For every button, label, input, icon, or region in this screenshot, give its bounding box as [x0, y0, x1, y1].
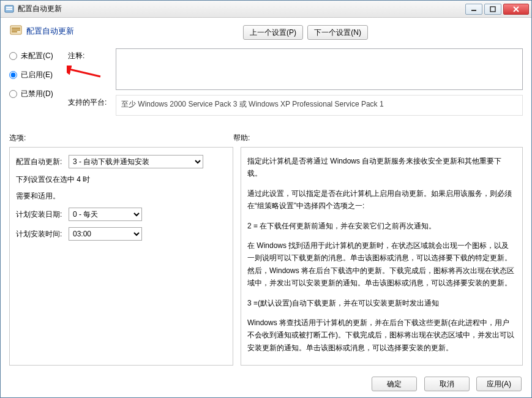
- section-labels: 选项: 帮助:: [9, 133, 523, 143]
- radio-enabled[interactable]: 已启用(E): [9, 70, 68, 80]
- help-p5: 3 =(默认设置)自动下载更新，并在可以安装更新时发出通知: [247, 297, 516, 309]
- comment-input[interactable]: [116, 48, 523, 90]
- content-area: 配置自动更新 上一个设置(P) 下一个设置(N) 未配置(C) 已启用(E): [1, 18, 531, 370]
- options-panel: 配置自动更新: 3 - 自动下载并通知安装 下列设置仅在选中 4 时 需要和适用…: [9, 147, 233, 366]
- install-time-select[interactable]: 03:00: [69, 227, 142, 241]
- install-time-label: 计划安装时间:: [16, 229, 64, 239]
- close-button[interactable]: [503, 4, 529, 15]
- fields-column: 注释: 支持的平台: 至少 Windows 2000 Service Pack …: [68, 48, 523, 121]
- footer-buttons: 确定 取消 应用(A): [1, 370, 531, 397]
- svg-rect-8: [12, 28, 20, 29]
- policy-title: 配置自动更新: [26, 24, 74, 37]
- auto-update-select[interactable]: 3 - 自动下载并通知安装: [69, 155, 203, 168]
- help-label: 帮助:: [233, 133, 523, 143]
- gp-editor-window: 配置自动更新 配置自动更新 上一个设置(P) 下一个设置(N): [0, 0, 532, 398]
- platform-text: 至少 Windows 2000 Service Pack 3 或 Windows…: [116, 95, 523, 116]
- auto-update-label: 配置自动更新:: [16, 157, 64, 167]
- svg-rect-1: [6, 7, 12, 8]
- state-radio-group: 未配置(C) 已启用(E) 已禁用(D): [9, 48, 68, 121]
- options-label: 选项:: [9, 133, 233, 143]
- option-note-2: 需要和适用。: [16, 191, 227, 201]
- header-row: 配置自动更新: [9, 24, 242, 37]
- radio-not-configured-label: 未配置(C): [21, 51, 53, 61]
- nav-buttons: 上一个设置(P) 下一个设置(N): [242, 25, 369, 40]
- option-note-1: 下列设置仅在选中 4 时: [16, 175, 227, 185]
- comment-row: 注释:: [68, 48, 523, 90]
- minimize-button[interactable]: [465, 4, 482, 15]
- auto-update-row: 配置自动更新: 3 - 自动下载并通知安装: [16, 155, 227, 168]
- help-p1: 指定此计算机是否将通过 Windows 自动更新服务来接收安全更新和其他重要下载…: [247, 155, 516, 180]
- comment-label: 注释:: [68, 48, 111, 61]
- radio-disabled-label: 已禁用(D): [21, 89, 53, 99]
- window-buttons: [465, 4, 529, 15]
- help-p6: Windows 将查找适用于计算机的更新，并在后台下载这些更新(在此进程中，用户…: [247, 317, 516, 354]
- next-setting-button[interactable]: 下一个设置(N): [307, 25, 368, 40]
- help-p2: 通过此设置，可以指定是否在此计算机上启用自动更新。如果启用该服务，则必须在“组策…: [247, 187, 516, 212]
- window-title: 配置自动更新: [18, 4, 465, 14]
- top-block: 未配置(C) 已启用(E) 已禁用(D) 注释:: [9, 48, 523, 121]
- radio-disabled-input[interactable]: [9, 90, 17, 98]
- panels-row: 配置自动更新: 3 - 自动下载并通知安装 下列设置仅在选中 4 时 需要和适用…: [9, 147, 523, 366]
- prev-setting-button[interactable]: 上一个设置(P): [243, 25, 303, 40]
- install-time-row: 计划安装时间: 03:00: [16, 227, 227, 241]
- platform-row: 支持的平台: 至少 Windows 2000 Service Pack 3 或 …: [68, 95, 523, 116]
- radio-enabled-label: 已启用(E): [21, 70, 53, 80]
- radio-disabled[interactable]: 已禁用(D): [9, 89, 68, 99]
- svg-rect-2: [6, 9, 12, 10]
- platform-label: 支持的平台:: [68, 95, 111, 108]
- apply-button[interactable]: 应用(A): [476, 377, 522, 391]
- maximize-button[interactable]: [484, 4, 501, 15]
- install-day-select[interactable]: 0 - 每天: [69, 208, 142, 221]
- install-day-row: 计划安装日期: 0 - 每天: [16, 208, 227, 221]
- cancel-button[interactable]: 取消: [424, 377, 470, 391]
- radio-enabled-input[interactable]: [9, 71, 17, 79]
- radio-not-configured[interactable]: 未配置(C): [9, 51, 68, 61]
- titlebar: 配置自动更新: [1, 1, 531, 18]
- policy-icon: [9, 24, 23, 37]
- help-p4: 在 Windows 找到适用于此计算机的更新时，在状态区域就会出现一个图标，以及…: [247, 239, 516, 290]
- app-icon: [4, 4, 14, 14]
- help-p3: 2 = 在下载任何更新前通知，并在安装它们之前再次通知。: [247, 220, 516, 232]
- install-day-label: 计划安装日期:: [16, 209, 64, 220]
- svg-rect-10: [12, 31, 17, 32]
- svg-rect-4: [490, 7, 495, 12]
- svg-rect-9: [12, 29, 20, 31]
- help-panel: 指定此计算机是否将通过 Windows 自动更新服务来接收安全更新和其他重要下载…: [241, 147, 523, 366]
- ok-button[interactable]: 确定: [372, 377, 417, 391]
- radio-not-configured-input[interactable]: [9, 52, 17, 60]
